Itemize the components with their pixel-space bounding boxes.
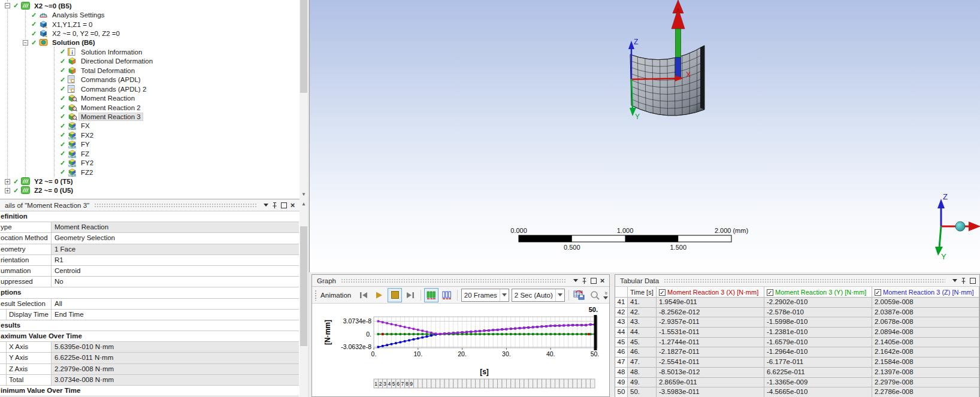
- tree-item-x2-0-y2-0-z2-0[interactable]: ✓X2 ~= 0, Y2 =0, Z2 =0: [0, 29, 298, 38]
- frame-cell[interactable]: [453, 379, 458, 388]
- details-property-value[interactable]: End Time: [52, 310, 299, 320]
- frame-cell[interactable]: [471, 379, 475, 388]
- animation-play-button[interactable]: [372, 288, 386, 302]
- toolbar-grip[interactable]: [314, 290, 317, 301]
- tree-item-commands-apdl[interactable]: ✓CCommands (APDL): [0, 75, 298, 84]
- frame-cell[interactable]: [546, 379, 551, 388]
- graph-maximize-button[interactable]: [589, 277, 598, 285]
- column-visibility-checkbox[interactable]: ✓: [875, 289, 881, 296]
- duration-select-arrow-icon[interactable]: [555, 289, 564, 301]
- tree-item-moment-reaction[interactable]: ✓Moment Reaction: [0, 93, 298, 102]
- tree-item-solution-information[interactable]: ✓iSolution Information: [0, 47, 298, 56]
- frame-cell[interactable]: [528, 379, 533, 388]
- frame-cell[interactable]: [591, 379, 595, 388]
- frame-cell[interactable]: [444, 379, 449, 388]
- time-cursor[interactable]: [594, 315, 597, 350]
- frame-cell[interactable]: [506, 379, 510, 388]
- frame-cell[interactable]: [564, 379, 568, 388]
- row-number-cell[interactable]: 50: [615, 387, 628, 397]
- row-number-cell[interactable]: 41: [615, 298, 628, 308]
- frame-cell[interactable]: [413, 379, 418, 388]
- tree-item-commands-apdl-2[interactable]: ✓CCommands (APDL) 2: [0, 84, 298, 93]
- tabular-maximize-button[interactable]: [968, 277, 977, 285]
- frame-cell[interactable]: [524, 379, 528, 388]
- frame-cell[interactable]: [533, 379, 537, 388]
- frame-cell[interactable]: [582, 379, 586, 388]
- frame-cell[interactable]: [431, 379, 435, 388]
- frame-cell[interactable]: [462, 379, 467, 388]
- details-close-button[interactable]: ×: [288, 201, 297, 210]
- row-checkbox-cell[interactable]: [0, 353, 7, 363]
- frames-select-arrow-icon[interactable]: [500, 289, 509, 301]
- animation-stop-button[interactable]: [388, 288, 402, 302]
- frame-cell[interactable]: [458, 379, 462, 388]
- details-property-value[interactable]: All: [52, 299, 299, 309]
- tree-item-moment-reaction-3[interactable]: ✓Moment Reaction 3: [0, 112, 298, 121]
- frame-cell[interactable]: [551, 379, 555, 388]
- viewport-canvas[interactable]: ZXY0.0001.0002.000 (mm)0.5001.500ZY: [310, 0, 980, 272]
- export-video-button[interactable]: [572, 288, 586, 302]
- frame-cell[interactable]: [555, 379, 559, 388]
- mesh-model[interactable]: [630, 46, 704, 116]
- tree-item-fy2[interactable]: ✓USERFY2: [0, 158, 298, 167]
- frame-cell[interactable]: [440, 379, 444, 388]
- frame-cell[interactable]: [515, 379, 519, 388]
- row-number-cell[interactable]: 49: [615, 378, 628, 388]
- frame-cell[interactable]: [467, 379, 471, 388]
- tree-item-x2-0-b5[interactable]: −✓X2 ~=0 (B5): [0, 1, 298, 10]
- frames-select[interactable]: 20 Frames: [461, 289, 509, 302]
- frame-cell[interactable]: [568, 379, 573, 388]
- tree-item-moment-reaction-2[interactable]: ✓Moment Reaction 2: [0, 103, 298, 112]
- animation-skip-start-button[interactable]: [356, 288, 371, 302]
- details-scrollbar-thumb[interactable]: [300, 226, 307, 346]
- frame-cell[interactable]: [520, 379, 524, 388]
- row-checkbox-cell[interactable]: [0, 310, 7, 320]
- frame-cell[interactable]: [449, 379, 453, 388]
- details-scrollbar[interactable]: ▲: [300, 199, 308, 397]
- tree-item-y2-0-t5[interactable]: +✓Y2 ~= 0 (T5): [0, 177, 298, 186]
- details-scroll-up-icon[interactable]: ▲: [300, 200, 308, 208]
- row-number-cell[interactable]: 46: [615, 347, 628, 357]
- tabular-menu-button[interactable]: [950, 277, 959, 285]
- details-property-value[interactable]: Geometry Selection: [52, 233, 299, 243]
- isometric-ball-icon[interactable]: [955, 222, 965, 231]
- frame-cell[interactable]: [511, 379, 515, 388]
- row-number-cell[interactable]: 47: [615, 357, 628, 368]
- frame-cell[interactable]: [489, 379, 493, 388]
- tree-item-fz[interactable]: ✓USERFZ: [0, 149, 298, 158]
- tabular-pin-icon[interactable]: [959, 277, 968, 285]
- tree-item-analysis-settings[interactable]: ✓Analysis Settings: [0, 10, 298, 19]
- details-property-value[interactable]: R1: [52, 255, 299, 265]
- tree-item-z2-0-u5[interactable]: +✓Z2 ~= 0 (U5): [0, 186, 298, 195]
- row-checkbox-cell[interactable]: [0, 342, 7, 352]
- expand-icon[interactable]: +: [5, 188, 10, 193]
- tree-scrollbar[interactable]: ▼: [300, 0, 308, 199]
- column-visibility-checkbox[interactable]: ✓: [659, 289, 666, 296]
- frame-cell[interactable]: [418, 379, 422, 388]
- frame-cell[interactable]: [422, 379, 427, 388]
- frame-cell[interactable]: [427, 379, 431, 388]
- tree-item-directional-deformation[interactable]: ✓Directional Deformation: [0, 57, 298, 66]
- main-splitter[interactable]: [308, 0, 309, 397]
- frame-cell[interactable]: [573, 379, 577, 388]
- tree-item-fy[interactable]: ✓USERFY: [0, 140, 298, 149]
- column-visibility-checkbox[interactable]: ✓: [767, 289, 773, 296]
- frame-cell[interactable]: [498, 379, 502, 388]
- frame-cell[interactable]: [485, 379, 489, 388]
- details-menu-button[interactable]: [261, 201, 270, 210]
- tree-item-solution-b6[interactable]: −✓Solution (B6): [0, 38, 298, 47]
- details-property-value[interactable]: Centroid: [52, 266, 299, 276]
- frame-cell[interactable]: [435, 379, 440, 388]
- frame-cell[interactable]: [537, 379, 542, 388]
- geometry-viewport[interactable]: ZXY0.0001.0002.000 (mm)0.5001.500ZY: [309, 0, 980, 272]
- frame-cell[interactable]: [559, 379, 564, 388]
- tree-item-x1-y1-z1-0[interactable]: ✓X1,Y1,Z1 = 0: [0, 20, 298, 29]
- row-number-cell[interactable]: 44: [615, 328, 628, 338]
- tree-scroll-down-icon[interactable]: ▼: [300, 190, 308, 199]
- graph-menu-button[interactable]: [571, 277, 580, 285]
- row-number-cell[interactable]: 48: [615, 368, 628, 378]
- result-chart-alt-button[interactable]: [440, 288, 454, 302]
- duration-select[interactable]: 2 Sec (Auto): [512, 289, 565, 302]
- frame-cell[interactable]: [476, 379, 480, 388]
- toolbar-overflow-button[interactable]: »: [603, 291, 609, 299]
